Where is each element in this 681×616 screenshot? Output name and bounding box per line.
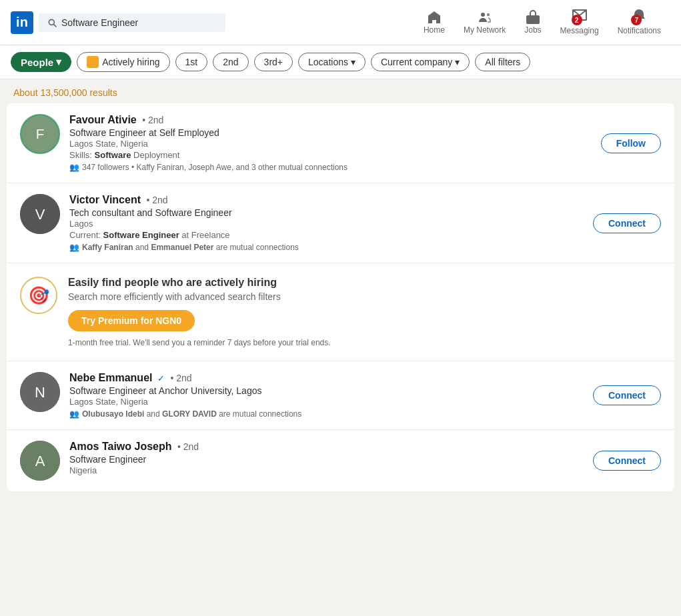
result-name[interactable]: Favour Ativie — [69, 114, 137, 125]
result-skills: Skills: Software Deployment — [69, 150, 593, 160]
svg-point-1 — [486, 13, 489, 15]
people-filter-btn[interactable]: People ▾ — [11, 52, 71, 72]
nav-home-label: Home — [424, 25, 445, 35]
chevron-down-icon: ▾ — [56, 56, 61, 68]
result-title: Software Engineer at Anchor University, … — [69, 385, 585, 396]
nav-items: Home My Network Jobs 2 Messaging 7 Notif — [414, 0, 670, 45]
filter-bar: People ▾ Actively hiring 1st 2nd 3rd+ Lo… — [0, 45, 681, 79]
nav-messaging-label: Messaging — [560, 26, 599, 35]
messaging-badge: 2 — [572, 15, 582, 25]
nav-jobs-label: Jobs — [524, 25, 541, 35]
premium-card: 🎯 Easily find people who are actively hi… — [7, 263, 674, 361]
nav-notifications[interactable]: 7 Notifications — [608, 0, 670, 45]
premium-title: Easily find people who are actively hiri… — [68, 277, 661, 289]
premium-content: Easily find people who are actively hiri… — [68, 277, 661, 347]
result-mutual: 👥 Kaffy Faniran and Emmanuel Peter are m… — [69, 243, 585, 252]
result-degree: • 2nd — [142, 115, 163, 125]
nav-my-network-label: My Network — [464, 25, 506, 35]
result-mutual: 👥 Olubusayo Idebi and GLORY DAVID are mu… — [69, 409, 585, 419]
result-mutual: 👥 347 followers • Kaffy Faniran, Joseph … — [69, 163, 593, 172]
result-title: Software Engineer at Self Employed — [69, 127, 593, 138]
results-list: F Favour Ativie • 2nd Software Engineer … — [7, 103, 674, 491]
svg-text:V: V — [35, 206, 45, 223]
locations-chevron-icon: ▾ — [351, 57, 356, 67]
avatar[interactable]: V — [20, 194, 60, 234]
mutual-icon: 👥 — [69, 163, 79, 172]
result-degree: • 2nd — [177, 441, 199, 452]
nav-jobs[interactable]: Jobs — [515, 0, 550, 45]
table-row: V Victor Vincent • 2nd Tech consultant a… — [7, 183, 674, 263]
all-filters-btn[interactable]: All filters — [475, 53, 530, 71]
results-section: About 13,500,000 results F Favour Ativie… — [0, 79, 681, 491]
result-current: Current: Software Engineer at Freelance — [69, 230, 585, 240]
table-row: N Nebe Emmanuel ✓ • 2nd Software Enginee… — [7, 361, 674, 430]
result-info: Nebe Emmanuel ✓ • 2nd Software Engineer … — [69, 372, 585, 419]
home-icon — [426, 9, 442, 25]
result-degree: • 2nd — [170, 373, 191, 383]
follow-button[interactable]: Follow — [601, 133, 661, 153]
result-name[interactable]: Nebe Emmanuel — [69, 372, 152, 383]
search-icon — [47, 17, 57, 28]
result-location: Lagos State, Nigeria — [69, 139, 593, 149]
connect-button[interactable]: Connect — [593, 385, 661, 405]
verified-icon: ✓ — [157, 373, 165, 383]
avatar[interactable]: N — [20, 372, 60, 412]
top-navbar: in Home My Network Jobs 2 Messaging — [0, 0, 681, 45]
svg-rect-2 — [526, 15, 540, 24]
result-info: Amos Taiwo Joseph • 2nd Software Enginee… — [69, 441, 585, 475]
search-bar[interactable] — [39, 13, 225, 32]
linkedin-logo[interactable]: in — [11, 11, 33, 34]
result-location: Lagos — [69, 219, 585, 229]
first-degree-btn[interactable]: 1st — [175, 53, 208, 71]
third-degree-btn[interactable]: 3rd+ — [254, 53, 293, 71]
result-title: Software Engineer — [69, 454, 585, 465]
svg-text:N: N — [35, 384, 45, 401]
nav-my-network[interactable]: My Network — [454, 0, 515, 45]
result-location: Lagos State, Nigeria — [69, 397, 585, 407]
premium-subtitle: Search more efficiently with advanced se… — [68, 291, 661, 302]
company-chevron-icon: ▾ — [455, 57, 460, 67]
result-info: Victor Vincent • 2nd Tech consultant and… — [69, 194, 585, 252]
nav-messaging[interactable]: 2 Messaging — [551, 0, 608, 45]
jobs-icon — [525, 9, 541, 25]
connect-button[interactable]: Connect — [593, 451, 661, 471]
svg-point-0 — [481, 13, 485, 17]
result-location: Nigeria — [69, 465, 585, 475]
connect-button[interactable]: Connect — [593, 213, 661, 233]
results-count: About 13,500,000 results — [0, 79, 681, 103]
current-company-btn[interactable]: Current company ▾ — [371, 53, 470, 71]
network-icon — [477, 9, 493, 25]
result-name[interactable]: Amos Taiwo Joseph — [69, 441, 172, 452]
nav-notifications-label: Notifications — [618, 26, 661, 35]
avatar-image: V — [20, 194, 60, 234]
result-name[interactable]: Victor Vincent — [69, 194, 141, 205]
mutual-icon: 👥 — [69, 409, 79, 419]
locations-btn[interactable]: Locations ▾ — [298, 53, 366, 71]
avatar[interactable]: A — [20, 441, 60, 481]
avatar-image: A — [20, 441, 60, 481]
actively-hiring-btn[interactable]: Actively hiring — [77, 52, 169, 72]
table-row: A Amos Taiwo Joseph • 2nd Software Engin… — [7, 430, 674, 491]
second-degree-btn[interactable]: 2nd — [213, 53, 248, 71]
search-input[interactable] — [61, 17, 217, 28]
avatar-image: F — [21, 114, 59, 154]
avatar[interactable]: F — [20, 114, 60, 154]
svg-text:F: F — [36, 126, 45, 141]
svg-text:A: A — [35, 453, 45, 469]
premium-trial-text: 1-month free trial. We'll send you a rem… — [68, 338, 661, 347]
table-row: F Favour Ativie • 2nd Software Engineer … — [7, 103, 674, 183]
avatar-image: N — [20, 372, 60, 412]
result-title: Tech consultant and Software Engineer — [69, 207, 585, 218]
premium-icon: 🎯 — [20, 277, 57, 314]
premium-cta-button[interactable]: Try Premium for NGN0 — [68, 310, 195, 331]
nav-home[interactable]: Home — [414, 0, 454, 45]
result-degree: • 2nd — [146, 195, 167, 205]
mutual-icon: 👥 — [69, 243, 79, 252]
result-info: Favour Ativie • 2nd Software Engineer at… — [69, 114, 593, 172]
hiring-icon — [87, 56, 99, 68]
